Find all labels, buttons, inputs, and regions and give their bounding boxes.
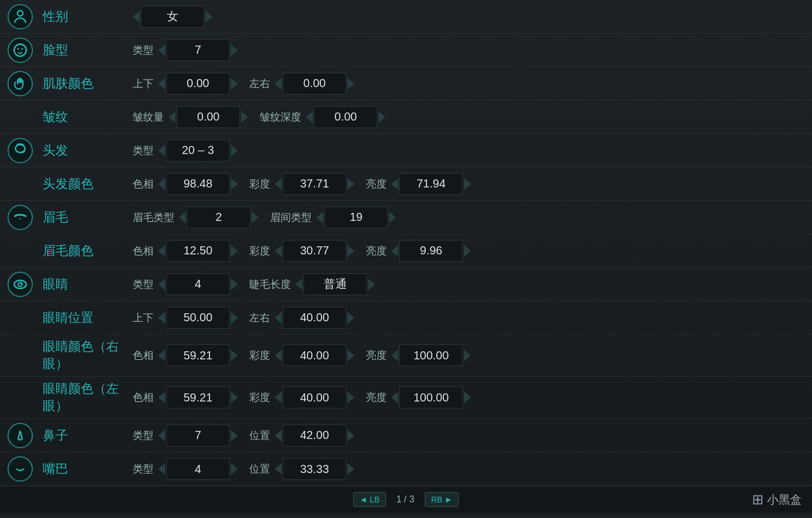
arrow-left-nose-1[interactable]: [275, 430, 282, 441]
value-eye-color-left-1: 40.00: [283, 386, 346, 408]
arrow-right-eyebrow-color-1[interactable]: [347, 245, 354, 257]
arrow-right-eye-color-left-1[interactable]: [347, 392, 354, 403]
arrow-right-eyebrow-0[interactable]: [252, 212, 259, 223]
arrow-right-skin-color-1[interactable]: [347, 78, 354, 89]
arrow-right-eye-color-left-0[interactable]: [231, 392, 238, 403]
arrow-left-eyebrow-0[interactable]: [179, 212, 186, 223]
arrow-left-eye-position-0[interactable]: [158, 312, 165, 324]
person-icon: [8, 4, 33, 29]
arrow-left-eye-color-right-2[interactable]: [391, 350, 398, 361]
arrow-left-eye-color-left-0[interactable]: [158, 392, 165, 403]
svg-point-7: [18, 282, 23, 286]
arrow-left-eyebrow-1[interactable]: [316, 212, 323, 223]
arrow-right-eye-color-right-2[interactable]: [464, 350, 471, 361]
arrow-right-eye-position-1[interactable]: [347, 312, 354, 324]
label-eye: 眼睛: [40, 276, 133, 293]
arrow-right-hair-color-2[interactable]: [464, 178, 471, 190]
field-label-hair-color-0: 色相: [133, 177, 154, 191]
icon-cell-gender: [0, 4, 40, 29]
arrow-right-eye-color-right-1[interactable]: [347, 350, 354, 361]
arrow-left-nose-0[interactable]: [158, 430, 165, 441]
arrow-right-mouth-0[interactable]: [231, 463, 238, 475]
arrow-right-eyebrow-1[interactable]: [389, 212, 396, 223]
arrow-left-eye-position-1[interactable]: [275, 312, 282, 324]
arrow-right-eye-color-right-0[interactable]: [231, 350, 238, 361]
arrow-left-gender-0[interactable]: [133, 11, 140, 22]
arrow-right-mouth-1[interactable]: [347, 463, 354, 475]
label-nose: 鼻子: [40, 427, 133, 444]
arrow-left-face-0[interactable]: [158, 44, 165, 56]
arrow-right-eye-0[interactable]: [231, 279, 238, 290]
arrow-left-eyebrow-color-1[interactable]: [275, 245, 282, 257]
arrow-right-eyebrow-color-2[interactable]: [464, 245, 471, 257]
prev-page-button[interactable]: ◄ LB: [353, 492, 386, 507]
field-group-eyebrow-color-1: 彩度30.77: [249, 240, 354, 262]
arrow-right-face-0[interactable]: [231, 44, 238, 56]
arrow-right-gender-0[interactable]: [205, 11, 212, 22]
arrow-right-eye-color-left-2[interactable]: [464, 392, 471, 403]
arrow-right-nose-0[interactable]: [231, 430, 238, 441]
arrow-left-eye-color-right-0[interactable]: [158, 350, 165, 361]
value-nose-0: 7: [166, 425, 230, 446]
arrow-left-eye-1[interactable]: [295, 279, 302, 290]
field-label-eyebrow-color-0: 色相: [133, 244, 154, 258]
nose-icon: [8, 423, 33, 448]
icon-cell-face: [0, 37, 40, 63]
field-label-wrinkle-1: 皱纹深度: [260, 110, 301, 124]
arrow-right-wrinkle-0[interactable]: [241, 111, 248, 123]
arrow-left-hair-color-0[interactable]: [158, 178, 165, 190]
arrow-right-eye-position-0[interactable]: [231, 312, 238, 324]
value-eyebrow-color-2: 9.96: [399, 240, 463, 262]
arrow-left-eye-color-left-2[interactable]: [391, 392, 398, 403]
arrow-left-hair-color-1[interactable]: [275, 178, 282, 190]
arrow-right-hair-0[interactable]: [231, 145, 238, 156]
field-group-gender-0: 女: [133, 6, 212, 28]
field-label-eye-color-right-0: 色相: [133, 348, 154, 362]
arrow-left-hair-0[interactable]: [158, 145, 165, 156]
arrow-left-eye-color-left-1[interactable]: [275, 392, 282, 403]
arrow-left-eyebrow-color-0[interactable]: [158, 245, 165, 257]
field-label-nose-1: 位置: [249, 429, 270, 442]
field-group-eye-color-right-0: 色相59.21: [133, 344, 238, 366]
arrow-right-eye-1[interactable]: [368, 279, 375, 290]
svg-point-5: [20, 218, 21, 219]
svg-point-3: [21, 48, 23, 50]
value-wrinkle-1: 0.00: [314, 106, 377, 128]
field-label-eye-color-right-2: 亮度: [366, 348, 387, 362]
icon-cell-hair: [0, 138, 40, 163]
row-hair: 头发类型20 – 3: [0, 134, 812, 167]
arrow-right-skin-color-0[interactable]: [231, 78, 238, 89]
eyebrow-icon: [8, 205, 33, 230]
svg-point-8: [20, 283, 21, 284]
arrow-left-eye-color-right-1[interactable]: [275, 350, 282, 361]
icon-cell-eyebrow: [0, 205, 40, 230]
next-page-button[interactable]: RB ►: [425, 492, 459, 507]
arrow-right-hair-color-0[interactable]: [231, 178, 238, 190]
arrow-left-mouth-0[interactable]: [158, 463, 165, 475]
arrow-left-mouth-1[interactable]: [275, 463, 282, 475]
arrow-right-hair-color-1[interactable]: [347, 178, 354, 190]
row-gender: 性别女: [0, 0, 812, 33]
field-label-eyebrow-color-1: 彩度: [249, 244, 270, 258]
arrow-left-skin-color-0[interactable]: [158, 78, 165, 89]
arrow-right-eyebrow-color-0[interactable]: [231, 245, 238, 257]
field-group-eyebrow-color-2: 亮度9.96: [366, 240, 471, 262]
label-face: 脸型: [40, 42, 133, 59]
arrow-left-wrinkle-1[interactable]: [306, 111, 313, 123]
arrow-left-hair-color-2[interactable]: [391, 178, 398, 190]
field-group-hair-color-2: 亮度71.94: [366, 173, 471, 195]
arrow-right-nose-1[interactable]: [347, 430, 354, 441]
arrow-right-wrinkle-1[interactable]: [379, 111, 386, 123]
field-label-nose-0: 类型: [133, 429, 154, 442]
label-skin-color: 肌肤颜色: [40, 75, 133, 92]
row-eye-position: 眼睛位置上下50.00左右40.00: [0, 301, 812, 335]
field-group-eye-color-right-1: 彩度40.00: [249, 344, 354, 366]
value-skin-color-1: 0.00: [283, 73, 346, 95]
field-label-eye-color-left-0: 色相: [133, 391, 154, 404]
arrow-left-eyebrow-color-2[interactable]: [391, 245, 398, 257]
arrow-left-eye-0[interactable]: [158, 279, 165, 290]
next-arrow-icon: ►: [444, 495, 452, 504]
arrow-left-skin-color-1[interactable]: [275, 78, 282, 89]
arrow-left-wrinkle-0[interactable]: [169, 111, 175, 123]
character-editor: 性别女脸型类型7肌肤颜色上下0.00左右0.00皱纹皱纹量0.00皱纹深度0.0…: [0, 0, 812, 513]
